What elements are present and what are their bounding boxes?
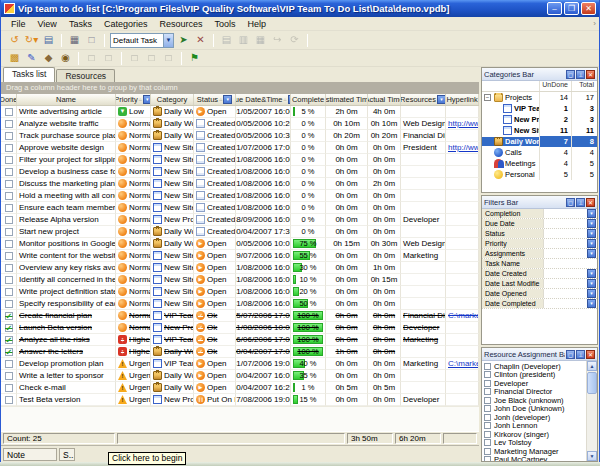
done-checkbox[interactable]: [5, 264, 13, 272]
hyperlink[interactable]: C:\marketingpla: [448, 310, 479, 321]
table-row[interactable]: Write a letter to sponsor!UrgentDaily Wo…: [1, 370, 479, 382]
column-header-done[interactable]: Done: [1, 94, 17, 105]
done-checkbox[interactable]: [5, 288, 13, 296]
resource-item[interactable]: Clinton (president): [484, 371, 585, 380]
column-header-resources[interactable]: Resources▾: [401, 94, 446, 105]
hyperlink[interactable]: http://www.todo: [448, 142, 479, 153]
redo-icon[interactable]: ↻▾: [24, 33, 39, 47]
resource-checkbox[interactable]: [484, 414, 491, 421]
table-row[interactable]: Ensure each team member has the skillsNo…: [1, 202, 479, 214]
done-checkbox[interactable]: [5, 360, 13, 368]
scroll-up-icon[interactable]: ▲: [587, 361, 597, 371]
column-header-estimated-time[interactable]: Estimated Time: [326, 94, 368, 105]
pin-icon[interactable]: ⊥: [576, 350, 585, 359]
resource-checkbox[interactable]: [484, 388, 491, 395]
expand-icon[interactable]: −: [484, 94, 491, 101]
close-bar-icon[interactable]: ✕: [586, 198, 595, 207]
close-bar-icon[interactable]: ✕: [586, 70, 595, 79]
column-header-actual-time[interactable]: Actual Time: [368, 94, 401, 105]
category-item-calls[interactable]: Calls44: [482, 147, 597, 158]
restore-button[interactable]: ❐: [564, 2, 579, 15]
window-position-icon[interactable]: ◻: [566, 350, 575, 359]
filter-value-field[interactable]: [544, 289, 587, 298]
resource-scrollbar[interactable]: ▲ ▼: [586, 361, 597, 461]
combo-dropdown-icon[interactable]: ▼: [163, 34, 173, 47]
pin-icon[interactable]: ⊥: [576, 70, 585, 79]
filter-value-field[interactable]: [544, 299, 587, 308]
done-checkbox[interactable]: [5, 120, 13, 128]
filter-dropdown-icon[interactable]: ▾: [587, 219, 596, 228]
table-row[interactable]: Monitor positions in Google for main key…: [1, 238, 479, 250]
resource-item[interactable]: John Doe (Unknown): [484, 405, 585, 414]
column-header-category[interactable]: Category: [151, 94, 194, 105]
menu-categories[interactable]: Categories: [98, 18, 154, 30]
delete-task-icon[interactable]: ✕: [193, 33, 208, 47]
column-header-hyperlink[interactable]: Hyperlink: [446, 94, 479, 105]
filter-dropdown-icon[interactable]: ▾: [587, 209, 596, 218]
tab-tasks-list[interactable]: Tasks list: [3, 67, 55, 82]
filter-value-field[interactable]: [544, 229, 587, 238]
close-bar-icon[interactable]: ✕: [586, 350, 595, 359]
hyperlink[interactable]: http://www.vip-: [448, 118, 479, 129]
table-row[interactable]: Hold a meeting with all concernedNormalN…: [1, 190, 479, 202]
filter-dropdown-icon[interactable]: ▾: [587, 239, 596, 248]
menu-tools[interactable]: Tools: [208, 18, 241, 30]
table-row[interactable]: ✔Create financial planNormalVIP Team Pro…: [1, 310, 479, 322]
table-row[interactable]: Filter your project for slipping tasksNo…: [1, 154, 479, 166]
filter-value-field[interactable]: [544, 279, 587, 288]
minimize-button[interactable]: –: [547, 2, 562, 15]
done-checkbox[interactable]: [5, 192, 13, 200]
filter-value-field[interactable]: [544, 269, 587, 278]
menu-overflow-chevron[interactable]: ›: [593, 19, 596, 28]
add-task-icon[interactable]: ➤: [176, 33, 191, 47]
table-row[interactable]: Write content for the websiteNormalNew S…: [1, 250, 479, 262]
table-row[interactable]: Discuss the marketing planNormalNew Site…: [1, 178, 479, 190]
table-row[interactable]: Check e-mail!UrgentDaily Work▶Open30/04/…: [1, 382, 479, 394]
column-header-name[interactable]: Name: [17, 94, 116, 105]
resource-item[interactable]: Kirkorov (singer): [484, 430, 585, 439]
resource-item[interactable]: Chaplin (Developer): [484, 362, 585, 371]
resource-item[interactable]: Lev Tolstoy: [484, 439, 585, 448]
resource-item[interactable]: Paul McCartney: [484, 456, 585, 462]
table-row[interactable]: Test Beta version!UrgentNew Product L❙❙P…: [1, 394, 479, 406]
filter-value-field[interactable]: [544, 219, 587, 228]
done-checkbox[interactable]: ✔: [5, 324, 13, 332]
done-checkbox[interactable]: ✔: [5, 312, 13, 320]
menu-tasks[interactable]: Tasks: [63, 18, 98, 30]
table-row[interactable]: ✔Analyze all the risks↑HighestVIP Team P…: [1, 334, 479, 346]
undo-icon[interactable]: ↺: [7, 33, 22, 47]
filter-value-field[interactable]: [544, 239, 587, 248]
menu-view[interactable]: View: [32, 18, 63, 30]
print-preview-icon[interactable]: □: [84, 33, 99, 47]
menu-resources[interactable]: Resources: [153, 18, 208, 30]
table-row[interactable]: Approve website designNormalNew Site Lau…: [1, 142, 479, 154]
column-header-status[interactable]: Status▵▾: [194, 94, 236, 105]
copy-icon[interactable]: ▤: [41, 33, 56, 47]
done-checkbox[interactable]: [5, 204, 13, 212]
table-row[interactable]: Write project definition statementNormal…: [1, 286, 479, 298]
column-header-due-date-time[interactable]: Due Date&Time▵▾: [236, 94, 291, 105]
table-row[interactable]: Start new projectNormalDaily WorkCreated…: [1, 226, 479, 238]
resource-checkbox[interactable]: [484, 456, 491, 461]
note-cell[interactable]: Note: [3, 448, 57, 461]
filter-dropdown-icon[interactable]: ▾: [587, 229, 596, 238]
category-item-projects[interactable]: −Projects1417: [482, 92, 597, 103]
resource-item[interactable]: Jonh Lennon: [484, 422, 585, 431]
filter-dropdown-icon[interactable]: ▾: [143, 95, 151, 104]
complete-task-flag-icon[interactable]: ⚑: [187, 51, 202, 65]
resource-checkbox[interactable]: [484, 431, 491, 438]
table-row[interactable]: Release Alpha versionNormalNew Product L…: [1, 214, 479, 226]
table-row[interactable]: Analyze website trafficNormalDaily WorkC…: [1, 118, 479, 130]
s-cell[interactable]: S...: [59, 448, 75, 461]
pin-icon[interactable]: ⊥: [576, 198, 585, 207]
task-type-combo[interactable]: Default Task ▼: [110, 33, 174, 48]
done-checkbox[interactable]: [5, 180, 13, 188]
done-checkbox[interactable]: [5, 252, 13, 260]
done-checkbox[interactable]: [5, 300, 13, 308]
table-row[interactable]: Develop a business case for the projectN…: [1, 166, 479, 178]
resource-checkbox[interactable]: [484, 439, 491, 446]
close-button[interactable]: ✕: [581, 2, 596, 15]
resource-item[interactable]: Financial Director: [484, 388, 585, 397]
group-by-bar[interactable]: Drag a column header here to group by th…: [1, 82, 479, 94]
notes-icon[interactable]: ▩: [7, 51, 22, 65]
